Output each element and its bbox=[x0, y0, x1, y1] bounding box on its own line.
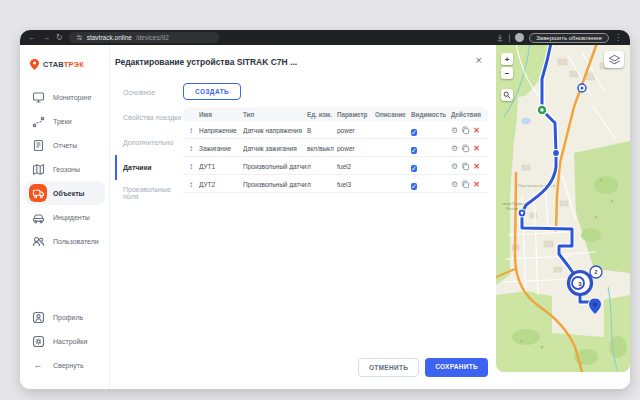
calibration-gear-icon[interactable]: ⚙ bbox=[451, 162, 458, 171]
sensor-param: fuel3 bbox=[337, 181, 375, 188]
calibration-gear-icon[interactable]: ⚙ bbox=[451, 126, 458, 135]
sidebar-nav: Мониторинг Треки Отчеты bbox=[20, 85, 109, 253]
delete-icon[interactable]: ✕ bbox=[473, 162, 480, 171]
sidebar-item-users[interactable]: Пользователи bbox=[24, 229, 105, 253]
sidebar-item-settings[interactable]: Настройки bbox=[24, 329, 105, 353]
sensor-unit: л bbox=[307, 163, 337, 170]
save-button[interactable]: СОХРАНИТЬ bbox=[425, 358, 488, 377]
sidebar-item-monitoring[interactable]: Мониторинг bbox=[24, 85, 105, 109]
stop-marker-dot bbox=[581, 87, 584, 90]
copy-icon[interactable] bbox=[461, 126, 470, 135]
delete-icon[interactable]: ✕ bbox=[473, 126, 480, 135]
logo-text: СТАВТРЭК bbox=[43, 60, 84, 69]
forward-icon[interactable]: → bbox=[42, 30, 50, 45]
sidebar-item-label: Профиль bbox=[53, 314, 83, 321]
copy-icon[interactable] bbox=[461, 144, 470, 153]
titlebar-separator bbox=[509, 34, 510, 42]
col-actions: Действия bbox=[451, 111, 488, 118]
tab-sensors[interactable]: Датчики bbox=[115, 155, 183, 180]
modal-title: Редактирование устройства SITRAK C7H ... bbox=[115, 57, 488, 67]
download-icon[interactable] bbox=[496, 34, 504, 42]
delete-icon[interactable]: ✕ bbox=[473, 180, 480, 189]
sensor-type: Датчик напряжения bbox=[243, 127, 307, 134]
table-row: ↕ ДУТ2 Произвольный датчик л fuel3 ✓ ⚙ ✕ bbox=[183, 175, 488, 193]
site-info-icon bbox=[76, 34, 83, 41]
reload-icon[interactable]: ↻ bbox=[56, 30, 63, 45]
sensor-param: power bbox=[337, 127, 375, 134]
browser-window: ← → ↻ stavtrack.online/devices/92 Заверш… bbox=[20, 30, 630, 389]
tab-trip-properties[interactable]: Свойства поездки bbox=[115, 105, 183, 130]
profile-icon bbox=[29, 308, 47, 326]
truck-icon bbox=[29, 184, 47, 202]
profile-avatar[interactable] bbox=[515, 33, 524, 42]
sensor-name: Зажигание bbox=[199, 145, 243, 152]
tab-custom-fields[interactable]: Произвольные поля bbox=[115, 180, 183, 205]
col-name: Имя bbox=[199, 111, 243, 118]
cancel-button[interactable]: ОТМЕНИТЬ bbox=[358, 358, 419, 377]
sidebar-item-label: Геозоны bbox=[53, 166, 80, 173]
calibration-gear-icon[interactable]: ⚙ bbox=[451, 144, 458, 153]
sensor-type: Произвольный датчик bbox=[243, 181, 307, 188]
map-panel[interactable]: Промышленный сквер Героев России bbox=[496, 45, 630, 372]
zoom-out-button[interactable]: − bbox=[501, 67, 513, 79]
drag-handle-icon[interactable]: ↕ bbox=[183, 144, 199, 153]
cluster-badge-count: 2 bbox=[595, 269, 598, 275]
sensor-unit: л bbox=[307, 181, 337, 188]
drag-handle-icon[interactable]: ↕ bbox=[183, 126, 199, 135]
search-icon bbox=[503, 91, 511, 99]
modal-tabs: Основное Свойства поездки Дополнительно … bbox=[115, 80, 183, 205]
sidebar-item-geozones[interactable]: Геозоны bbox=[24, 157, 105, 181]
route-end-pin-center bbox=[593, 302, 597, 306]
sensor-type: Произвольный датчик bbox=[243, 163, 307, 170]
url-path: /devices/92 bbox=[136, 34, 169, 41]
table-row: ↕ ДУТ1 Произвольный датчик л fuel2 ✓ ⚙ ✕ bbox=[183, 157, 488, 175]
zoom-in-button[interactable]: + bbox=[501, 53, 513, 65]
table-row: ↕ Напряжение Датчик напряжения В power ✓… bbox=[183, 121, 488, 139]
sidebar-item-reports[interactable]: Отчеты bbox=[24, 133, 105, 157]
monitor-icon bbox=[29, 88, 47, 106]
layers-icon bbox=[608, 54, 621, 66]
route-start-dot bbox=[540, 108, 543, 111]
sidebar-item-label: Свернуть bbox=[53, 362, 84, 369]
sidebar-item-tracks[interactable]: Треки bbox=[24, 109, 105, 133]
sensor-unit: вкл/выкл bbox=[307, 145, 337, 152]
col-unit: Ед. изм. bbox=[307, 111, 337, 118]
sidebar-item-label: Инциденты bbox=[53, 214, 90, 221]
layers-button[interactable] bbox=[604, 51, 624, 68]
calibration-gear-icon[interactable]: ⚙ bbox=[451, 180, 458, 189]
sidebar-item-label: Пользователи bbox=[53, 238, 99, 245]
visibility-checkbox[interactable]: ✓ bbox=[411, 147, 417, 154]
visibility-checkbox[interactable]: ✓ bbox=[411, 129, 417, 136]
sidebar-item-label: Отчеты bbox=[53, 142, 77, 149]
tab-additional[interactable]: Дополнительно bbox=[115, 130, 183, 155]
visibility-checkbox[interactable]: ✓ bbox=[411, 183, 417, 190]
sidebar-item-profile[interactable]: Профиль bbox=[24, 305, 105, 329]
tab-main[interactable]: Основное bbox=[115, 80, 183, 105]
drag-handle-icon[interactable]: ↕ bbox=[183, 180, 199, 189]
sidebar-item-collapse[interactable]: ← Свернуть bbox=[24, 353, 105, 377]
back-icon[interactable]: ← bbox=[28, 30, 36, 45]
copy-icon[interactable] bbox=[461, 162, 470, 171]
browser-menu-icon[interactable]: ⋮ bbox=[614, 30, 622, 45]
waypoint-marker[interactable] bbox=[553, 150, 560, 157]
sidebar-item-incidents[interactable]: Инциденты bbox=[24, 205, 105, 229]
users-icon bbox=[29, 232, 47, 250]
sensor-param: power bbox=[337, 145, 375, 152]
close-icon[interactable]: × bbox=[476, 55, 482, 65]
sidebar: СТАВТРЭК Мониторинг Треки bbox=[20, 45, 110, 389]
reports-icon bbox=[29, 136, 47, 154]
car-incident-icon bbox=[29, 208, 47, 226]
visibility-checkbox[interactable]: ✓ bbox=[411, 165, 417, 172]
copy-icon[interactable] bbox=[461, 180, 470, 189]
delete-icon[interactable]: ✕ bbox=[473, 144, 480, 153]
map-search-button[interactable] bbox=[501, 89, 513, 101]
address-bar[interactable]: stavtrack.online/devices/92 bbox=[69, 32, 219, 43]
sidebar-item-objects[interactable]: Объекты bbox=[24, 181, 105, 205]
col-param: Параметр bbox=[337, 111, 375, 118]
device-edit-modal: Редактирование устройства SITRAK C7H ...… bbox=[110, 45, 496, 389]
create-button[interactable]: СОЗДАТЬ bbox=[183, 83, 241, 100]
sensor-unit: В bbox=[307, 127, 337, 134]
drag-handle-icon[interactable]: ↕ bbox=[183, 162, 199, 171]
finish-update-button[interactable]: Завершить обновление bbox=[529, 33, 609, 43]
waypoint-dot bbox=[521, 212, 524, 215]
